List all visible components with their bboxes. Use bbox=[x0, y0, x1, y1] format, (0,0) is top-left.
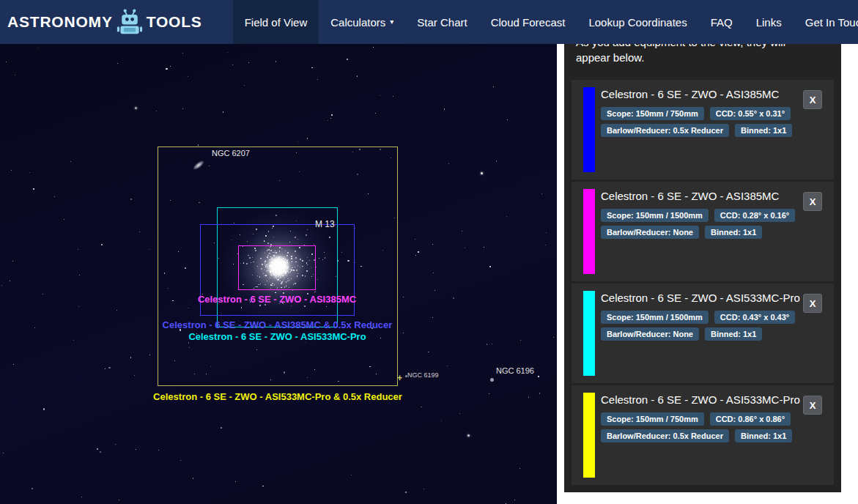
spec-badges: Scope: 150mm / 1500mmCCD: 0.28° x 0.16°B… bbox=[601, 209, 813, 242]
equipment-card: Celestron - 6 SE - ZWO - ASI533MC-ProXSc… bbox=[572, 385, 834, 485]
badge-row: Scope: 150mm / 750mmCCD: 0.55° x 0.31° bbox=[601, 107, 813, 120]
spec-badge: Barlow/Reducer: 0.5x Reducer bbox=[601, 429, 729, 442]
nav-item-star-chart[interactable]: Star Chart bbox=[405, 0, 478, 44]
intro-text: As you add equipment to the view, they w… bbox=[576, 44, 818, 65]
badge-row: Scope: 150mm / 750mmCCD: 0.86° x 0.86° bbox=[601, 412, 813, 426]
chevron-down-icon: ▾ bbox=[390, 18, 393, 26]
spec-badge: Barlow/Reducer: None bbox=[601, 226, 699, 239]
nav-item-cloud-forecast[interactable]: Cloud Forecast bbox=[479, 0, 577, 44]
top-navbar: ASTRONOMY TOOLS Field of ViewCalculators… bbox=[0, 0, 858, 44]
equipment-card: Celestron - 6 SE - ZWO - ASI385MCXScope:… bbox=[572, 182, 834, 281]
nav-item-get-in-touch[interactable]: Get In Touch bbox=[794, 0, 858, 44]
nav-item-faq[interactable]: FAQ bbox=[699, 0, 744, 44]
nav-item-label: Calculators bbox=[330, 16, 385, 29]
crosshair-marker: + bbox=[397, 374, 402, 382]
nav-item-label: Field of View bbox=[245, 16, 308, 29]
equipment-panel: As you add equipment to the view, they w… bbox=[564, 44, 841, 492]
spec-badges: Scope: 150mm / 750mmCCD: 0.55° x 0.31°Ba… bbox=[601, 107, 813, 141]
object-label: NGC 6199 bbox=[407, 371, 439, 379]
spec-badge: Scope: 150mm / 1500mm bbox=[601, 209, 709, 222]
star-chart[interactable]: Celestron - 6 SE - ZWO - ASI533MC-Pro & … bbox=[0, 44, 557, 504]
spec-badge: Barlow/Reducer: None bbox=[601, 327, 699, 341]
brand-text-right: TOOLS bbox=[147, 13, 202, 31]
equipment-title: Celestron - 6 SE - ZWO - ASI385MC bbox=[601, 190, 779, 202]
nav-item-label: Star Chart bbox=[417, 16, 467, 29]
nav-item-label: Get In Touch bbox=[805, 16, 858, 29]
main-nav: Field of ViewCalculators▾Star ChartCloud… bbox=[233, 0, 858, 44]
badge-row: Barlow/Reducer: NoneBinned: 1x1 bbox=[601, 327, 813, 341]
spec-badges: Scope: 150mm / 750mmCCD: 0.86° x 0.86°Ba… bbox=[601, 412, 813, 446]
spec-badge: CCD: 0.28° x 0.16° bbox=[714, 209, 795, 222]
spec-badge: CCD: 0.86° x 0.86° bbox=[710, 412, 791, 426]
equipment-card: Celestron - 6 SE - ZWO - ASI533MC-ProXSc… bbox=[572, 284, 834, 383]
nav-item-calculators[interactable]: Calculators▾ bbox=[319, 0, 405, 44]
fov-color-bar bbox=[583, 189, 595, 274]
nav-item-field-of-view[interactable]: Field of View bbox=[233, 0, 319, 44]
equipment-card: Celestron - 6 SE - ZWO - ASI385MCXScope:… bbox=[572, 80, 834, 179]
object-label: NGC 6207 bbox=[212, 149, 250, 158]
spec-badge: Scope: 150mm / 750mm bbox=[601, 412, 704, 426]
object-label: NGC 6196 bbox=[496, 366, 534, 375]
badge-row: Barlow/Reducer: 0.5x ReducerBinned: 1x1 bbox=[601, 429, 813, 442]
badge-row: Scope: 150mm / 1500mmCCD: 0.28° x 0.16° bbox=[601, 209, 813, 222]
spec-badges: Scope: 150mm / 1500mmCCD: 0.43° x 0.43°B… bbox=[601, 311, 813, 344]
nav-item-label: Links bbox=[756, 16, 782, 29]
equipment-title: Celestron - 6 SE - ZWO - ASI385MC bbox=[601, 88, 779, 100]
equipment-title: Celestron - 6 SE - ZWO - ASI533MC-Pro bbox=[601, 393, 800, 406]
badge-row: Scope: 150mm / 1500mmCCD: 0.43° x 0.43° bbox=[601, 311, 813, 324]
fov-label: Celestron - 6 SE - ZWO - ASI533MC-Pro bbox=[188, 331, 366, 342]
nav-item-label: Lookup Coordinates bbox=[588, 16, 687, 29]
robot-icon bbox=[117, 8, 143, 36]
fov-color-bar bbox=[583, 87, 595, 172]
fov-label: Celestron - 6 SE - ZWO - ASI385MC & 0.5x… bbox=[163, 319, 393, 330]
fov-color-bar bbox=[583, 291, 595, 376]
brand-logo[interactable]: ASTRONOMY TOOLS bbox=[7, 0, 202, 44]
equipment-title: Celestron - 6 SE - ZWO - ASI533MC-Pro bbox=[601, 292, 800, 304]
spec-badge: Barlow/Reducer: 0.5x Reducer bbox=[601, 124, 729, 137]
nav-item-label: Cloud Forecast bbox=[491, 16, 566, 29]
brand-text-left: ASTRONOMY bbox=[7, 13, 113, 31]
spec-badge: Binned: 1x1 bbox=[705, 226, 762, 239]
page: ASTRONOMY TOOLS Field of ViewCalculators… bbox=[0, 0, 858, 504]
badge-row: Barlow/Reducer: 0.5x ReducerBinned: 1x1 bbox=[601, 124, 813, 137]
equipment-card-list: Celestron - 6 SE - ZWO - ASI385MCXScope:… bbox=[564, 80, 841, 485]
object-label: M 13 bbox=[315, 219, 335, 229]
nav-item-label: FAQ bbox=[711, 16, 733, 29]
spec-badge: Binned: 1x1 bbox=[735, 124, 792, 137]
badge-row: Barlow/Reducer: NoneBinned: 1x1 bbox=[601, 226, 813, 239]
spec-badge: Binned: 1x1 bbox=[735, 429, 792, 442]
nav-item-lookup-coordinates[interactable]: Lookup Coordinates bbox=[577, 0, 698, 44]
field-star bbox=[490, 378, 494, 382]
fov-label: Celestron - 6 SE - ZWO - ASI385MC bbox=[198, 294, 356, 305]
fov-label: Celestron - 6 SE - ZWO - ASI533MC-Pro & … bbox=[153, 391, 402, 402]
spec-badge: CCD: 0.43° x 0.43° bbox=[714, 311, 795, 324]
fov-color-bar bbox=[583, 393, 595, 478]
spec-badge: Scope: 150mm / 750mm bbox=[601, 107, 704, 120]
fov-box bbox=[238, 245, 316, 290]
spec-badge: Scope: 150mm / 1500mm bbox=[601, 311, 709, 324]
spec-badge: CCD: 0.55° x 0.31° bbox=[710, 107, 791, 120]
spec-badge: Binned: 1x1 bbox=[705, 327, 762, 341]
nav-item-links[interactable]: Links bbox=[744, 0, 794, 44]
